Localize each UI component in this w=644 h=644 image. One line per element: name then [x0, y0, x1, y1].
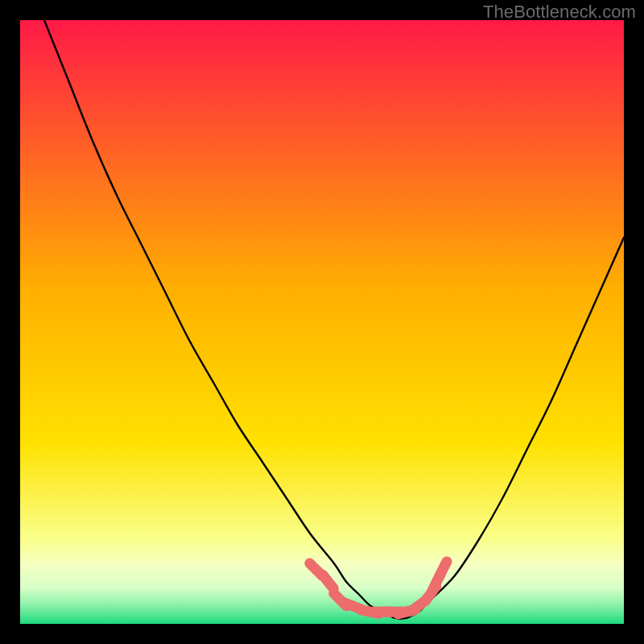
chart-frame: TheBottleneck.com [0, 0, 644, 644]
plot-area [20, 20, 624, 624]
watermark-text: TheBottleneck.com [483, 2, 636, 23]
marker-segment [439, 562, 447, 578]
gradient-background [20, 20, 624, 624]
chart-svg [20, 20, 624, 624]
